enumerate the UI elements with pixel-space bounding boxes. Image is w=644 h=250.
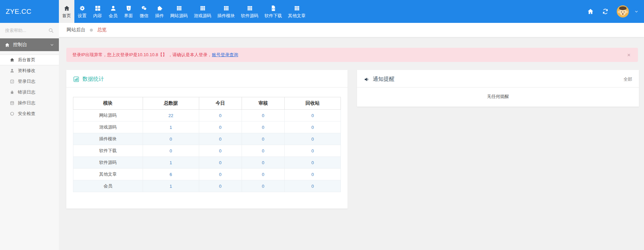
sidebar-item-profile-edit[interactable]: 资料修改 <box>0 65 59 76</box>
count-link[interactable]: 0 <box>219 184 221 189</box>
column-header: 审核 <box>242 97 284 110</box>
count-link[interactable]: 0 <box>311 137 314 142</box>
grid-icon <box>95 5 101 11</box>
alert-login-query-link[interactable]: 账号登录查询 <box>212 52 238 58</box>
count-cell: 0 <box>285 157 341 169</box>
count-cell: 0 <box>199 133 242 145</box>
breadcrumb-root[interactable]: 网站后台 <box>67 27 85 33</box>
breadcrumb-dot-icon <box>90 29 93 32</box>
count-link[interactable]: 0 <box>219 125 221 130</box>
puzzle-icon <box>156 5 163 11</box>
panels-row: 数据统计 模块总数据今日审核回收站 网站源码 22 0 0 0 <box>66 70 639 209</box>
count-link[interactable]: 0 <box>219 137 221 142</box>
count-cell: 0 <box>285 110 341 121</box>
main-content: 登录IP出现异常，您上次登录IP是10.10.10.8【】 ，请确认是本人登录，… <box>59 37 644 250</box>
count-cell: 0 <box>199 180 242 192</box>
speaker-icon <box>364 76 370 82</box>
count-link[interactable]: 0 <box>262 125 264 130</box>
tab-software-source[interactable]: 软件源码 <box>238 0 261 23</box>
tab-content[interactable]: 内容 <box>90 0 105 23</box>
tab-settings[interactable]: 设置 <box>74 0 90 23</box>
count-cell: 0 <box>285 133 341 145</box>
avatar[interactable] <box>617 5 629 17</box>
count-link[interactable]: 0 <box>311 125 314 130</box>
tab-label: 插件模块 <box>217 13 235 18</box>
count-cell: 0 <box>242 145 284 157</box>
search-input[interactable] <box>5 28 48 33</box>
table-icon <box>200 5 206 11</box>
refresh-icon[interactable] <box>602 8 609 15</box>
brand-logo[interactable]: ZYE.CC <box>0 0 59 23</box>
count-link[interactable]: 0 <box>219 148 221 153</box>
sidebar-item-label: 登录日志 <box>18 78 35 84</box>
table-row: 其他文章 6 0 0 0 <box>73 169 341 180</box>
sidebar-item-security-check[interactable]: 安全检查 <box>0 108 59 119</box>
tab-plugin-modules[interactable]: 插件模块 <box>214 0 238 23</box>
tab-label: 界面 <box>124 13 133 18</box>
notice-all-link[interactable]: 全部 <box>623 76 632 82</box>
tab-game-source[interactable]: 游戏源码 <box>191 0 214 23</box>
tab-home[interactable]: 首页 <box>59 0 74 23</box>
breadcrumb-current: 总览 <box>97 27 107 33</box>
count-link[interactable]: 0 <box>262 148 264 153</box>
table-row: 游戏源码 1 0 0 0 <box>73 121 341 133</box>
count-link[interactable]: 0 <box>262 160 264 165</box>
count-link[interactable]: 0 <box>311 160 314 165</box>
site-home-icon[interactable] <box>587 8 594 15</box>
table-row: 网站源码 22 0 0 0 <box>73 110 341 121</box>
count-cell: 1 <box>143 180 199 192</box>
tab-software-download[interactable]: 软件下载 <box>261 0 285 23</box>
tab-site-source[interactable]: 网站源码 <box>167 0 191 23</box>
count-link[interactable]: 0 <box>311 113 314 118</box>
column-header: 回收站 <box>285 97 341 110</box>
tab-other-articles[interactable]: 其他文章 <box>285 0 309 23</box>
tab-plugins[interactable]: 插件 <box>152 0 167 23</box>
count-link[interactable]: 0 <box>262 137 264 142</box>
user-menu-chevron-icon[interactable] <box>634 9 639 14</box>
breadcrumb: 网站后台 总览 <box>59 23 644 37</box>
count-cell: 0 <box>199 169 242 180</box>
count-link[interactable]: 0 <box>262 184 264 189</box>
count-link[interactable]: 0 <box>170 148 172 153</box>
search-icon[interactable] <box>48 28 54 33</box>
count-link[interactable]: 1 <box>170 125 172 130</box>
sidebar-item-dashboard-home[interactable]: 后台首页 <box>0 55 59 65</box>
count-link[interactable]: 0 <box>262 113 264 118</box>
count-cell: 0 <box>285 180 341 192</box>
sidebar-item-operation-log[interactable]: 操作日志 <box>0 98 59 108</box>
count-link[interactable]: 6 <box>170 172 172 177</box>
bug-icon <box>10 90 14 95</box>
count-link[interactable]: 22 <box>168 113 173 118</box>
module-cell: 游戏源码 <box>73 121 143 133</box>
tab-interface[interactable]: 5 界面 <box>121 0 136 23</box>
file-code-icon <box>270 5 277 11</box>
tab-label: 软件源码 <box>241 13 258 18</box>
table-row: 会员 1 0 0 0 <box>73 180 341 192</box>
tab-label: 游戏源码 <box>194 13 211 18</box>
count-link[interactable]: 0 <box>219 172 221 177</box>
tab-members[interactable]: 会员 <box>105 0 121 23</box>
count-link[interactable]: 0 <box>311 148 314 153</box>
count-link[interactable]: 0 <box>311 184 314 189</box>
count-link[interactable]: 0 <box>170 137 172 142</box>
tab-label: 设置 <box>78 13 86 18</box>
count-link[interactable]: 0 <box>219 160 221 165</box>
sidebar-item-error-log[interactable]: 错误日志 <box>0 87 59 98</box>
table-icon <box>294 5 300 11</box>
column-header: 总数据 <box>143 97 199 110</box>
sidebar-menu: 后台首页 资料修改 登录日志 错误日志 操作日志 安全检查 <box>0 51 59 119</box>
gear-icon <box>79 5 85 11</box>
table-row: 软件源码 1 0 0 0 <box>73 157 341 169</box>
sidebar-item-login-log[interactable]: 登录日志 <box>0 76 59 87</box>
tab-wechat[interactable]: 微信 <box>136 0 152 23</box>
count-link[interactable]: 0 <box>311 172 314 177</box>
count-link[interactable]: 1 <box>170 160 172 165</box>
count-link[interactable]: 0 <box>219 113 221 118</box>
tab-label: 插件 <box>155 13 164 18</box>
module-cell: 插件模块 <box>73 133 143 145</box>
close-icon[interactable]: × <box>627 52 631 58</box>
sidebar-section-console[interactable]: 控制台 <box>0 38 59 51</box>
sidebar-section-label: 控制台 <box>13 42 27 48</box>
count-link[interactable]: 0 <box>262 172 264 177</box>
count-link[interactable]: 1 <box>170 184 172 189</box>
